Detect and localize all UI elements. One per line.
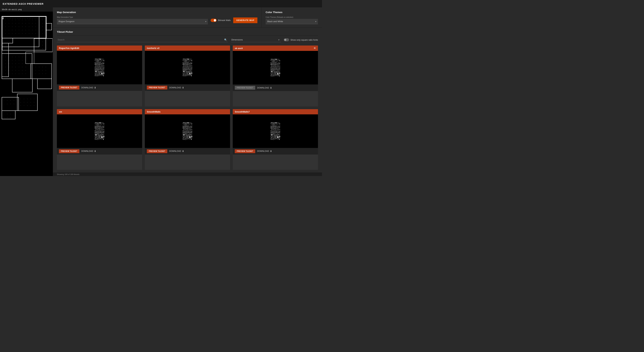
preview-btn-4[interactable]: PREVIEW TILESET [147,149,167,153]
tileset-picker-title: Tileset Picker [57,31,318,33]
download-label-0: DOWNLOAD [82,87,93,89]
download-label-2: DOWNLOAD [257,87,269,89]
svg-point-78 [22,23,22,24]
tileset-picker-section: Tileset Picker 🔍 Dimensions 8x8 12x12 16… [53,28,322,172]
svg-point-107 [39,30,39,30]
svg-point-197 [20,99,21,99]
svg-point-207 [20,106,21,106]
preview-btn-5[interactable]: PREVIEW TILESET [235,149,255,153]
preview-btn-1[interactable]: PREVIEW TILESET [147,86,167,90]
download-btn-2[interactable]: DOWNLOAD ⬇ [257,87,272,89]
svg-point-79 [26,23,26,24]
preview-btn-0[interactable]: PREVIEW TILESET [59,86,79,90]
svg-rect-58 [31,64,52,79]
download-icon-4: ⬇ [182,150,184,153]
svg-point-213 [7,114,8,114]
svg-point-131 [16,60,16,61]
svg-rect-2 [6,18,6,19]
svg-point-174 [46,74,46,74]
tileset-grid: RogueYun AgmEdit ☺☻♥♦♣♠•◘○◙♂♀♪♫☼ ►◄↕‼¶§▬… [57,44,318,172]
svg-point-187 [4,100,4,101]
svg-rect-8 [16,18,16,19]
svg-point-205 [30,102,31,102]
svg-point-184 [39,48,39,49]
tileset-preview-0: ☺☻♥♦♣♠•◘○◙♂♀♪♫☼ ►◄↕‼¶§▬↨↑↓→←∟↔▲▼ !"#$%&'… [94,58,105,77]
svg-point-125 [19,57,19,57]
download-btn-4[interactable]: DOWNLOAD ⬇ [169,150,184,153]
svg-point-156 [5,74,6,74]
svg-rect-38 [29,19,29,19]
svg-rect-5 [10,18,11,19]
svg-rect-12 [22,18,22,19]
svg-rect-57 [38,79,52,89]
svg-point-206 [34,102,34,102]
map-type-select[interactable]: Rogue Dungeon Cave Maze [57,19,208,24]
player-char: @ [2,17,4,19]
svg-point-201 [34,99,34,99]
svg-point-180 [39,45,39,45]
svg-point-103 [26,30,26,30]
download-label-5: DOWNLOAD [257,150,269,152]
right-panel: Map Generation Map Generation Type Rogue… [53,8,322,176]
search-wrapper: 🔍 [57,38,228,42]
left-panel: 16x16-sb-ascii.png [0,8,53,176]
svg-rect-43 [38,19,38,19]
download-label-3: DOWNLOAD [82,150,93,152]
app-header: EXTENDED ASCII PREVIEWER [0,0,322,8]
svg-rect-1 [4,18,4,19]
svg-point-99 [12,30,12,30]
svg-point-191 [17,100,18,101]
svg-point-69 [32,20,32,20]
preview-btn-2[interactable]: PREVIEW TILESET [235,86,255,90]
svg-point-108 [42,30,42,30]
download-icon-5: ⬇ [270,150,272,153]
bitmask-label: Bitmask Walls [218,19,230,22]
svg-point-121 [5,57,6,57]
svg-rect-35 [24,19,24,19]
dimensions-select[interactable]: Dimensions 8x8 12x12 16x16 32x32 [231,38,281,42]
svg-point-159 [16,74,16,74]
svg-point-109 [5,33,6,34]
download-btn-0[interactable]: DOWNLOAD ⬇ [82,86,96,89]
card-title-5: SmoothWalls7 [235,111,250,113]
download-btn-1[interactable]: DOWNLOAD ⬇ [169,86,184,89]
svg-point-86 [9,27,9,27]
svg-rect-37 [27,19,28,19]
ascii-preview-canvas: @ [0,12,53,176]
preview-btn-3[interactable]: PREVIEW TILESET [59,149,79,153]
svg-rect-27 [10,19,11,19]
search-input[interactable] [57,38,228,42]
bitmask-toggle[interactable] [210,19,216,22]
svg-point-181 [42,45,42,45]
search-icon: 🔍 [224,39,227,41]
download-btn-3[interactable]: DOWNLOAD ⬇ [82,150,96,153]
card-header-3: sm [57,109,142,114]
svg-point-92 [29,27,29,27]
svg-point-76 [16,23,16,24]
svg-rect-33 [21,19,21,19]
svg-point-90 [22,27,22,27]
svg-point-80 [29,23,29,24]
svg-point-112 [16,33,16,34]
svg-point-82 [36,23,36,24]
svg-rect-41 [34,19,34,19]
svg-point-170 [46,70,46,71]
top-controls: Map Generation Map Generation Type Rogue… [53,8,322,28]
card-header-5: SmoothWalls7 [233,109,318,114]
svg-point-151 [12,70,12,71]
svg-point-142 [5,67,6,67]
svg-rect-54 [2,43,8,77]
svg-point-168 [39,70,39,71]
card-title-0: RogueYun AgmEdit [59,47,79,49]
svg-rect-3 [7,18,8,19]
svg-point-143 [9,67,9,67]
generate-map-button[interactable]: GENERATE MAP [233,18,258,23]
download-btn-5[interactable]: DOWNLOAD ⬇ [257,150,272,153]
svg-point-185 [42,48,42,49]
square-ratio-toggle[interactable] [284,38,289,41]
svg-point-87 [12,27,12,27]
svg-point-94 [36,27,36,27]
svg-point-203 [24,102,24,102]
svg-point-104 [29,30,29,30]
color-themes-select[interactable]: Black and White Classic Green Amber CGA [266,19,318,24]
